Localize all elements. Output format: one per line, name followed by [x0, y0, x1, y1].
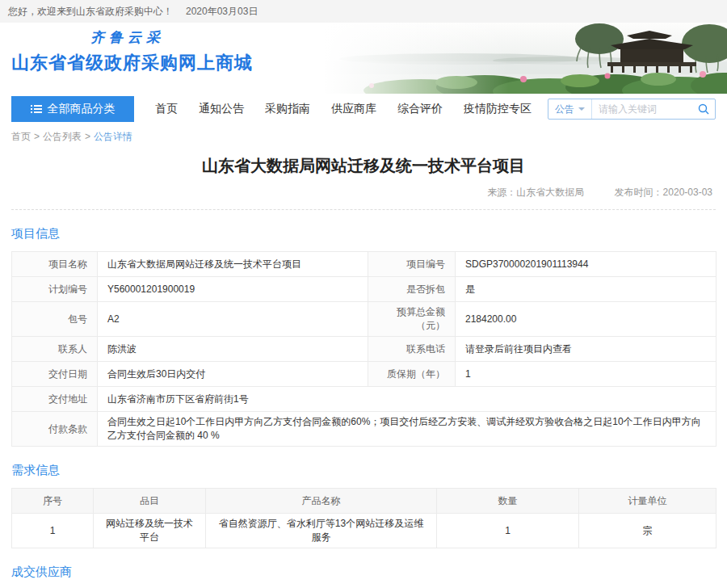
field-value: 陈洪波 [98, 337, 368, 362]
field-label: 预算总金额（元） [368, 302, 456, 337]
breadcrumb-separator: > [85, 131, 90, 142]
all-categories-label: 全部商品分类 [48, 102, 116, 116]
search-category-select[interactable]: 公告 [548, 99, 592, 119]
field-value: Y560001201900019 [98, 277, 368, 302]
field-label: 包号 [12, 302, 98, 337]
cell-seq: 1 [12, 514, 94, 548]
field-value: SDGP370000201901113944 [456, 252, 716, 277]
field-value: 合同生效之日起10个工作日内甲方向乙方支付合同金额的60%；项目交付后经乙方安装… [98, 412, 716, 447]
nav-item-evaluation[interactable]: 综合评价 [397, 102, 443, 116]
cell-category: 网站迁移及统一技术平台 [94, 514, 206, 548]
field-label: 计划编号 [12, 277, 98, 302]
main-nav: 全部商品分类 首页 通知公告 采购指南 供应商库 综合评价 疫情防控专区 公告 [11, 96, 716, 122]
topbar: 您好，欢迎来到山东省政府采购中心！ 2020年03月03日 [0, 0, 727, 23]
table-row: 交付日期 合同生效后30日内交付 质保期（年） 1 [12, 362, 716, 387]
field-label: 项目编号 [368, 252, 456, 277]
search-input[interactable] [592, 103, 692, 115]
table-row: 项目名称 山东省大数据局网站迁移及统一技术平台项目 项目编号 SDGP37000… [12, 252, 716, 277]
nav-item-supplier-library[interactable]: 供应商库 [331, 102, 376, 116]
field-value: 请登录后前往项目内查看 [456, 337, 716, 362]
demand-table: 序号 品目 产品名称 数量 计量单位 1 网站迁移及统一技术平台 省自然资源厅、… [11, 488, 716, 548]
breadcrumb-notice-list[interactable]: 公告列表 [43, 131, 82, 142]
field-label: 质保期（年） [368, 362, 456, 387]
table-row: 1 网站迁移及统一技术平台 省自然资源厅、省水利厅等13个网站迁移及运维服务 1… [12, 514, 716, 548]
nav-links: 首页 通知公告 采购指南 供应商库 综合评价 疫情防控专区 [155, 102, 532, 116]
search-category-value: 公告 [555, 103, 574, 116]
nav-item-home[interactable]: 首页 [155, 102, 178, 116]
search-box: 公告 [548, 99, 716, 120]
field-value: A2 [98, 302, 368, 337]
list-icon [31, 104, 42, 114]
project-info-table: 项目名称 山东省大数据局网站迁移及统一技术平台项目 项目编号 SDGP37000… [11, 251, 716, 447]
nav-item-procurement-guide[interactable]: 采购指南 [265, 102, 310, 116]
field-label: 项目名称 [12, 252, 98, 277]
all-categories-button[interactable]: 全部商品分类 [11, 96, 134, 122]
nav-item-notices[interactable]: 通知公告 [199, 102, 244, 116]
table-row: 联系人 陈洪波 联系电话 请登录后前往项目内查看 [12, 337, 716, 362]
field-value: 2184200.00 [456, 302, 716, 337]
column-header: 品目 [94, 489, 206, 514]
breadcrumb-separator: > [34, 131, 40, 142]
brand-logo[interactable]: 齐鲁云采 山东省省级政府采购网上商城 [11, 28, 253, 75]
article-meta: 来源：山东省大数据局 发布时间：2020-03-03 [15, 186, 712, 200]
column-header: 产品名称 [206, 489, 437, 514]
field-label: 联系电话 [368, 337, 456, 362]
field-value: 合同生效后30日内交付 [98, 362, 368, 387]
page-title: 山东省大数据局网站迁移及统一技术平台项目 [0, 155, 727, 177]
field-value: 山东省大数据局网站迁移及统一技术平台项目 [98, 252, 368, 277]
cell-product-name: 省自然资源厅、省水利厅等13个网站迁移及运维服务 [206, 514, 437, 548]
brand-script-text: 齐鲁云采 [90, 28, 253, 47]
field-value: 1 [456, 362, 716, 387]
field-label: 交付日期 [12, 362, 98, 387]
column-header: 计量单位 [579, 489, 716, 514]
divider [11, 209, 716, 210]
table-row: 包号 A2 预算总金额（元） 2184200.00 [12, 302, 716, 337]
section-title-demand-info: 需求信息 [11, 463, 716, 478]
field-label: 交付地址 [12, 387, 98, 412]
brand-title-text: 山东省省级政府采购网上商城 [11, 51, 253, 75]
current-date: 2020年03月03日 [186, 5, 258, 19]
column-header: 序号 [12, 489, 94, 514]
search-icon[interactable] [692, 103, 715, 115]
breadcrumb-home[interactable]: 首页 [11, 131, 31, 142]
breadcrumb-current: 公告详情 [94, 131, 132, 142]
field-label: 联系人 [12, 337, 98, 362]
breadcrumb: 首页>公告列表>公告详情 [11, 130, 716, 144]
section-title-supplier: 成交供应商 [11, 565, 716, 580]
lake-banner-image [323, 23, 727, 94]
section-title-project-info: 项目信息 [11, 226, 716, 242]
cell-unit: 宗 [579, 514, 716, 548]
field-label: 付款条款 [12, 412, 98, 447]
site-header: 齐鲁云采 山东省省级政府采购网上商城 [0, 23, 727, 94]
field-value: 山东省济南市历下区省府前街1号 [98, 387, 716, 412]
field-value: 是 [456, 277, 716, 302]
table-row: 计划编号 Y560001201900019 是否拆包 是 [12, 277, 716, 302]
article-source: 来源：山东省大数据局 [487, 187, 584, 198]
column-header: 数量 [437, 489, 579, 514]
table-header-row: 序号 品目 产品名称 数量 计量单位 [12, 489, 716, 514]
table-row: 交付地址 山东省济南市历下区省府前街1号 [12, 387, 716, 412]
article-publish-date: 发布时间：2020-03-03 [615, 187, 712, 198]
nav-item-epidemic-zone[interactable]: 疫情防控专区 [464, 102, 532, 116]
chevron-down-icon [578, 107, 585, 111]
cell-quantity: 1 [437, 514, 579, 548]
table-row: 付款条款 合同生效之日起10个工作日内甲方向乙方支付合同金额的60%；项目交付后… [12, 412, 716, 447]
field-label: 是否拆包 [368, 277, 456, 302]
welcome-text: 您好，欢迎来到山东省政府采购中心！ [8, 5, 173, 19]
